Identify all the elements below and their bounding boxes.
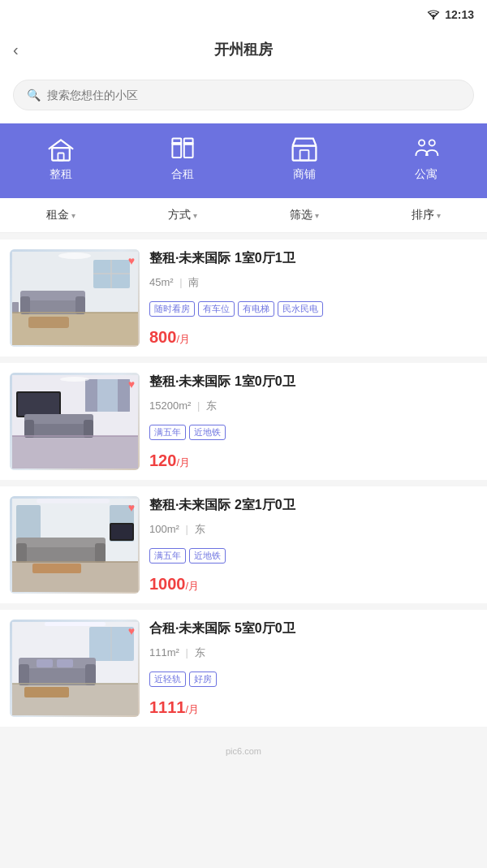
svg-rect-7 [293, 146, 317, 161]
price-unit-4: /月 [186, 703, 200, 715]
filter-method-label: 方式 [168, 208, 191, 222]
listing-area-4: 111m² [149, 646, 179, 659]
filter-sort-label: 排序 [412, 208, 434, 222]
filter-screen-label: 筛选 [290, 208, 312, 222]
svg-rect-65 [37, 659, 53, 667]
tag-1-1: 有车位 [198, 301, 235, 317]
listing-card-1[interactable]: ♥ 整租·未来国际 1室0厅1卫 45m² | 南 随时看房 有车位 有电梯 民… [0, 240, 487, 356]
svg-rect-51 [32, 564, 81, 573]
filter-rent-label: 租金 [46, 208, 69, 222]
svg-rect-50 [95, 543, 106, 563]
listing-title-1: 整租·未来国际 1室0厅1卫 [149, 249, 477, 267]
svg-rect-38 [84, 420, 93, 438]
wifi-icon [426, 10, 441, 19]
listing-info-4: 合租·未来国际 5室0厅0卫 111m² | 东 近轻轨 好房 1111/月 [140, 620, 477, 717]
page-title: 开州租房 [214, 40, 273, 59]
price-unit-1: /月 [176, 333, 190, 345]
listing-info-3: 整租·未来国际 2室1厅0卫 100m² | 东 满五年 近地铁 1000/月 [140, 496, 477, 594]
listing-tags-1: 随时看房 有车位 有电梯 民水民电 [149, 301, 477, 317]
filter-screen[interactable]: 筛选 ▾ [290, 208, 319, 222]
price-unit-2: /月 [176, 456, 190, 469]
search-section: 🔍 [0, 70, 487, 123]
tag-1-3: 民水民电 [278, 301, 323, 317]
filter-method-arrow: ▾ [193, 211, 197, 220]
svg-point-11 [429, 140, 435, 145]
tag-3-1: 近地铁 [189, 548, 226, 564]
listing-price-2: 120/月 [149, 451, 477, 470]
listing-tags-4: 近轻轨 好房 [149, 672, 477, 687]
svg-point-0 [433, 18, 434, 19]
filter-sort[interactable]: 排序 ▾ [412, 208, 441, 222]
svg-rect-45 [16, 505, 41, 542]
listing-title-2: 整租·未来国际 1室0厅0卫 [149, 373, 477, 391]
filter-rent[interactable]: 租金 ▾ [46, 208, 75, 222]
svg-rect-64 [85, 664, 96, 685]
room-illustration-3 [12, 499, 138, 592]
category-gongyu[interactable]: 公寓 [365, 136, 487, 182]
filter-method[interactable]: 方式 ▾ [168, 208, 197, 222]
share-home-icon [168, 136, 197, 162]
search-bar[interactable]: 🔍 [13, 80, 474, 110]
svg-rect-21 [75, 296, 85, 314]
svg-rect-9 [300, 150, 309, 161]
svg-rect-63 [19, 664, 29, 685]
listing-image-3: ♥ [10, 496, 140, 594]
tag-3-0: 满五年 [149, 548, 186, 564]
svg-rect-67 [24, 687, 69, 697]
room-illustration-2 [12, 375, 138, 469]
back-button[interactable]: ‹ [13, 41, 19, 59]
status-bar: 12:13 [0, 0, 487, 29]
svg-rect-66 [57, 659, 73, 667]
listing-image-4: ♥ [10, 620, 140, 717]
status-time: 12:13 [445, 8, 474, 21]
svg-rect-53 [111, 525, 132, 539]
listing-title-3: 整租·未来国际 2室1厅0卫 [149, 496, 477, 514]
fav-icon-3[interactable]: ♥ [128, 501, 135, 514]
listing-card-4[interactable]: ♥ 合租·未来国际 5室0厅0卫 111m² | 东 近轻轨 好房 1111/月 [0, 610, 487, 727]
price-value-4: 1111 [149, 698, 186, 716]
listing-meta-3: 100m² | 东 [149, 522, 477, 537]
listing-info-1: 整租·未来国际 1室0厅1卫 45m² | 南 随时看房 有车位 有电梯 民水民… [140, 249, 477, 347]
tag-1-2: 有电梯 [238, 301, 274, 317]
fav-icon-2[interactable]: ♥ [128, 378, 135, 391]
tag-4-0: 近轻轨 [149, 672, 186, 687]
listing-meta-4: 111m² | 东 [149, 646, 477, 660]
svg-rect-33 [18, 393, 59, 416]
svg-rect-30 [85, 379, 97, 412]
tag-2-0: 满五年 [149, 425, 186, 440]
filter-bar: 租金 ▾ 方式 ▾ 筛选 ▾ 排序 ▾ [0, 198, 487, 233]
fav-icon-1[interactable]: ♥ [128, 254, 135, 267]
category-zhengzu[interactable]: 整租 [0, 136, 122, 182]
listing-title-4: 合租·未来国际 5室0厅0卫 [149, 620, 477, 637]
app-header: ‹ 开州租房 [0, 29, 487, 70]
svg-rect-1 [52, 148, 70, 160]
svg-rect-37 [24, 420, 34, 438]
category-label-zhengzu: 整租 [50, 167, 72, 182]
price-unit-3: /月 [186, 580, 200, 592]
category-label-shangpu: 商铺 [293, 167, 316, 182]
filter-sort-arrow: ▾ [437, 211, 441, 220]
apartment-icon [412, 136, 441, 162]
listing-tags-3: 满五年 近地铁 [149, 548, 477, 564]
price-value-3: 1000 [149, 575, 186, 593]
search-input[interactable] [47, 89, 460, 101]
fav-icon-4[interactable]: ♥ [128, 624, 135, 637]
category-hezu[interactable]: 合租 [122, 136, 244, 182]
listing-direction-4: 东 [195, 646, 205, 659]
listing-price-3: 1000/月 [149, 575, 477, 594]
room-illustration-1 [12, 252, 138, 345]
listing-info-2: 整租·未来国际 1室0厅0卫 15200m² | 东 满五年 近地铁 120/月 [140, 373, 477, 470]
svg-point-40 [60, 377, 89, 382]
svg-rect-58 [45, 622, 106, 626]
listing-card-2[interactable]: ♥ 整租·未来国际 1室0厅0卫 15200m² | 东 满五年 近地铁 120… [0, 363, 487, 480]
category-label-gongyu: 公寓 [415, 167, 437, 182]
listing-price-4: 1111/月 [149, 698, 477, 717]
listing-direction-2: 东 [206, 399, 217, 412]
category-shangpu[interactable]: 商铺 [244, 136, 365, 182]
room-illustration-4 [12, 622, 138, 715]
svg-rect-48 [16, 538, 106, 547]
svg-rect-20 [20, 296, 30, 314]
svg-point-10 [419, 140, 425, 145]
listing-card-3[interactable]: ♥ 整租·未来国际 2室1厅0卫 100m² | 东 满五年 近地铁 1000/… [0, 486, 487, 603]
category-label-hezu: 合租 [171, 167, 194, 182]
